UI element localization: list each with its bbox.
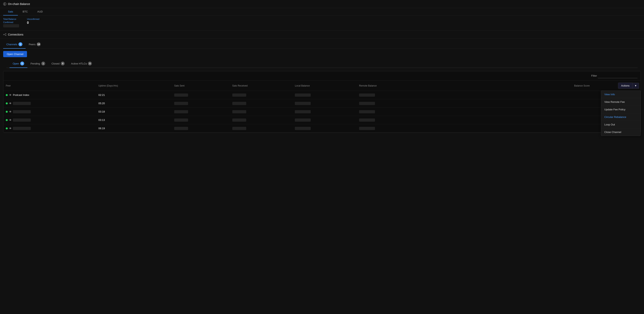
open-channel-button[interactable]: Open Channel [3, 51, 27, 57]
remote-balance-cell [357, 108, 426, 116]
uptime-cell: 03:13 [96, 116, 172, 124]
total-balance: Total Balance Confirmed [3, 18, 19, 28]
eye-icon[interactable]: 👁 [9, 102, 12, 105]
channel-tabs: Open 5 Pending 1 Closed 9 Active HTLCs 0 [6, 60, 638, 68]
svg-text:₿: ₿ [4, 3, 5, 5]
sats-sent-cell [172, 124, 230, 133]
table-row: 👁 03:18 0.118 [3, 108, 641, 116]
local-balance-cell [292, 91, 357, 99]
sats-received-cell [230, 99, 293, 108]
tab-aud[interactable]: AUD [32, 8, 48, 16]
channels-table: Peer Uptime (Days:Hrs) Sats Sent Sats Re… [3, 81, 641, 133]
dropdown-item-3[interactable]: Circular Rebalance [601, 113, 640, 121]
uptime-cell: 03:18 [96, 108, 172, 116]
total-balance-label: Total Balance [3, 18, 19, 20]
channels-table-container: Filter Peer Uptime (Days:Hrs) Sats Sent … [3, 71, 641, 133]
sats-sent-cell [172, 91, 230, 99]
dropdown-item-1[interactable]: View Remote Fee [601, 98, 640, 106]
channel-tabs-wrapper: Open 5 Pending 1 Closed 9 Active HTLCs 0 [3, 60, 641, 68]
svg-line-6 [4, 35, 5, 35]
sats-received-cell [230, 116, 293, 124]
connections-title: Connections [8, 33, 24, 36]
sats-sent-cell [172, 99, 230, 108]
unconfirmed-label: Unconfirmed [27, 18, 39, 20]
peer-cell-4: 👁 [3, 124, 96, 133]
ch-tab-pending[interactable]: Pending 1 [28, 60, 48, 68]
peer-name [13, 102, 31, 105]
onchain-header: ₿ On-chain Balance [0, 0, 644, 8]
onchain-section: ₿ On-chain Balance Sats BTC AUD Total Ba… [0, 0, 644, 31]
svg-point-4 [5, 35, 6, 36]
confirmed-label: Confirmed [3, 21, 19, 24]
remote-balance-cell [357, 116, 426, 124]
connections-header: Connections [0, 31, 644, 39]
dropdown-item-2[interactable]: Update Fee Policy [601, 106, 640, 113]
sats-sent-cell [172, 116, 230, 124]
actions-caret[interactable]: ▼ [632, 83, 639, 89]
svg-point-3 [5, 33, 6, 34]
sats-received-cell [230, 91, 293, 99]
connections-section: Connections Channels 5 Peers 14 Open Cha… [0, 31, 644, 133]
filter-label: Filter [591, 73, 597, 78]
onchain-title: On-chain Balance [8, 3, 30, 6]
ch-tab-open[interactable]: Open 5 [10, 60, 28, 68]
local-balance-cell [292, 99, 357, 108]
col-sats-sent: Sats Sent [172, 81, 230, 91]
table-row: 👁 03:13 0.02 [3, 116, 641, 124]
eye-icon[interactable]: 👁 [9, 119, 12, 122]
tab-channels[interactable]: Channels 5 [3, 40, 26, 49]
balance-row: Total Balance Confirmed Unconfirmed 0 [0, 16, 644, 30]
uptime-cell: 02:21 [96, 91, 172, 99]
closed-badge: 9 [61, 62, 65, 66]
peer-cell-1: 👁 [3, 99, 96, 108]
peer-name [13, 110, 31, 113]
dropdown-item-0[interactable]: View Info [601, 91, 640, 98]
actions-dropdown-menu: View InfoView Remote FeeUpdate Fee Polic… [601, 91, 641, 136]
local-balance-cell [292, 108, 357, 116]
filter-input[interactable] [598, 74, 638, 78]
tab-sats[interactable]: Sats [3, 8, 18, 16]
eye-icon[interactable]: 👁 [9, 94, 12, 97]
peer-cell-3: 👁 [3, 116, 96, 124]
dropdown-item-5[interactable]: Close Channel [601, 128, 640, 136]
table-wrapper: Peer Uptime (Days:Hrs) Sats Sent Sats Re… [3, 81, 641, 133]
htlcs-badge: 0 [88, 62, 92, 66]
channels-badge: 5 [18, 42, 22, 46]
col-remote-balance: Remote Balance [357, 81, 426, 91]
col-local-balance: Local Balance [292, 81, 357, 91]
online-dot [6, 111, 8, 113]
sats-received-cell [230, 124, 293, 133]
connections-tabs: Channels 5 Peers 14 [0, 40, 644, 49]
onchain-tabs: Sats BTC AUD [0, 8, 644, 16]
table-row: 👁 06:19 0.02 [3, 124, 641, 133]
col-balance-score: Balance Score Actions ▼ [426, 81, 641, 91]
actions-button[interactable]: Actions [618, 83, 632, 89]
online-dot [6, 94, 8, 96]
sats-received-cell [230, 108, 293, 116]
svg-line-5 [4, 34, 5, 35]
col-peer: Peer [3, 81, 96, 91]
tab-peers[interactable]: Peers 14 [26, 40, 44, 49]
ch-tab-htlcs[interactable]: Active HTLCs 0 [68, 60, 95, 68]
peers-badge: 14 [37, 42, 41, 46]
eye-icon[interactable]: 👁 [9, 127, 12, 130]
peer-name: Podcast Index [13, 94, 29, 97]
dropdown-item-4[interactable]: Loop Out [601, 121, 640, 128]
peer-name [13, 127, 31, 130]
online-dot [6, 127, 8, 129]
remote-balance-cell [357, 91, 426, 99]
uptime-cell: 06:19 [96, 124, 172, 133]
uptime-cell: 05:20 [96, 99, 172, 108]
total-balance-value [3, 24, 19, 27]
local-balance-cell [292, 124, 357, 133]
filter-group: Filter [591, 73, 638, 78]
online-dot [6, 102, 8, 104]
ch-tab-closed[interactable]: Closed 9 [48, 60, 68, 68]
col-sats-received: Sats Received [230, 81, 293, 91]
peer-name [13, 119, 31, 122]
pending-badge: 1 [41, 62, 45, 66]
col-uptime: Uptime (Days:Hrs) [96, 81, 172, 91]
tab-btc[interactable]: BTC [18, 8, 32, 16]
bitcoin-icon: ₿ [3, 3, 6, 6]
eye-icon[interactable]: 👁 [9, 110, 12, 113]
